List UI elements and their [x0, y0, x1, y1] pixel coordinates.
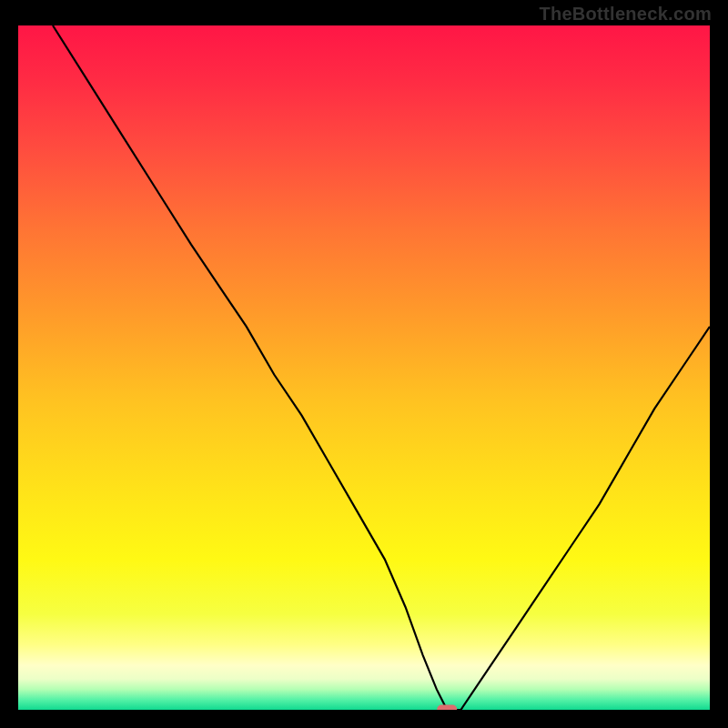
- plot-area: [18, 25, 710, 710]
- min-marker: [437, 705, 457, 711]
- chart-svg: [18, 25, 710, 710]
- chart-container: TheBottleneck.com: [0, 0, 728, 728]
- gradient-background: [18, 25, 710, 710]
- watermark-label: TheBottleneck.com: [539, 4, 712, 25]
